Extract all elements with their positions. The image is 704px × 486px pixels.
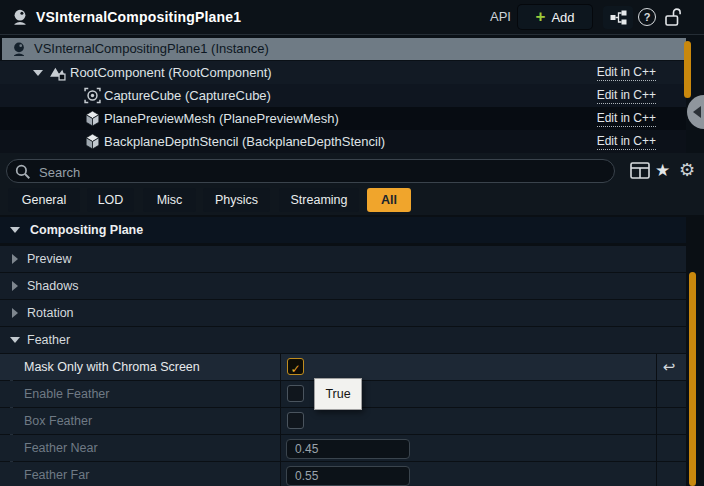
tree-row-label: BackplaneDepthStencil (BackplaneDepthSte… — [104, 130, 385, 153]
node-tree-icon — [610, 10, 627, 25]
search-icon — [15, 164, 31, 180]
chevron-down-icon[interactable] — [33, 70, 43, 76]
edit-in-cpp-link[interactable]: Edit in C++ — [597, 64, 656, 81]
chevron-right-icon[interactable] — [12, 308, 18, 318]
property-row-mask-only[interactable]: Mask Only with Chroma Screen — [0, 354, 686, 380]
edit-in-cpp-link[interactable]: Edit in C++ — [597, 133, 656, 150]
category-label: Feather — [27, 327, 70, 353]
add-button-label: Add — [551, 10, 574, 25]
tree-row-label: RootComponent (RootComponent) — [70, 61, 272, 84]
tree-row-capturecube[interactable]: CaptureCube (CaptureCube) Edit in C++ — [0, 84, 686, 107]
toolbar: VSInternalCompositingPlane1 API + Add — [0, 0, 704, 34]
mask-only-checkbox[interactable] — [287, 358, 304, 375]
chevron-left-icon — [693, 106, 701, 118]
filter-button-streaming[interactable]: Streaming — [279, 188, 359, 212]
favorites-star-icon[interactable] — [655, 162, 670, 179]
filter-button-all[interactable]: All — [367, 188, 411, 212]
enable-feather-checkbox[interactable] — [287, 385, 304, 402]
filter-button-general[interactable]: General — [8, 188, 80, 212]
reset-to-default-icon[interactable] — [660, 356, 678, 378]
settings-gear-icon[interactable] — [679, 161, 695, 179]
help-icon[interactable] — [638, 8, 656, 26]
property-label: Feather Far — [24, 462, 89, 486]
edit-in-cpp-link[interactable]: Edit in C++ — [597, 87, 656, 104]
value-tooltip: True — [314, 378, 362, 410]
static-mesh-icon — [84, 133, 101, 150]
category-shadows[interactable]: Shadows — [0, 273, 686, 299]
component-tree: VSInternalCompositingPlane1 (Instance) R… — [0, 34, 704, 154]
search-box[interactable] — [6, 159, 615, 183]
api-link[interactable]: API — [490, 0, 511, 34]
capture-icon — [84, 87, 101, 104]
chevron-right-icon[interactable] — [12, 281, 18, 291]
webcam-icon — [10, 40, 28, 58]
tree-row-instance[interactable]: VSInternalCompositingPlane1 (Instance) — [2, 38, 686, 60]
unlock-icon[interactable] — [664, 6, 684, 28]
tree-row-backplanedepthstencil[interactable]: BackplaneDepthStencil (BackplaneDepthSte… — [0, 130, 686, 153]
category-label: Rotation — [27, 300, 74, 326]
column-splitter[interactable] — [280, 354, 281, 486]
chevron-right-icon[interactable] — [12, 254, 18, 264]
category-preview[interactable]: Preview — [0, 246, 686, 272]
property-row-box-feather[interactable]: Box Feather — [0, 408, 686, 434]
category-label: Shadows — [27, 273, 78, 299]
property-label: Enable Feather — [24, 381, 109, 407]
details-list: Compositing Plane Preview Shadows Rotati… — [0, 215, 704, 486]
category-rotation[interactable]: Rotation — [0, 300, 686, 326]
filter-button-lod[interactable]: LOD — [87, 188, 134, 212]
chevron-down-icon[interactable] — [10, 337, 20, 343]
category-feather[interactable]: Feather — [0, 327, 686, 353]
scene-component-icon — [49, 64, 66, 81]
tree-scrollbar[interactable] — [684, 41, 691, 98]
property-row-feather-near[interactable]: Feather Near — [0, 435, 686, 461]
display-settings-icon[interactable] — [630, 162, 650, 179]
webcam-icon — [10, 7, 30, 27]
category-compositing-plane[interactable]: Compositing Plane — [0, 217, 686, 243]
tree-row-label: PlanePreviewMesh (PlanePreviewMesh) — [104, 107, 339, 130]
search-section: General LOD Misc Physics Streaming All — [0, 153, 704, 215]
box-feather-checkbox[interactable] — [287, 412, 304, 429]
details-panel-window: VSInternalCompositingPlane1 API + Add — [0, 0, 704, 486]
property-label: Box Feather — [24, 408, 92, 434]
feather-far-input[interactable] — [286, 466, 410, 486]
filter-button-physics[interactable]: Physics — [203, 188, 270, 212]
filter-button-misc[interactable]: Misc — [143, 188, 196, 212]
tree-row-rootcomponent[interactable]: RootComponent (RootComponent) Edit in C+… — [0, 61, 686, 84]
search-input[interactable] — [37, 161, 601, 183]
property-label: Feather Near — [24, 435, 98, 461]
static-mesh-icon — [84, 110, 101, 127]
category-label: Compositing Plane — [30, 217, 143, 243]
property-row-feather-far[interactable]: Feather Far — [0, 462, 686, 486]
plus-icon: + — [535, 8, 545, 25]
edit-in-cpp-link[interactable]: Edit in C++ — [597, 110, 656, 127]
property-label: Mask Only with Chroma Screen — [24, 354, 200, 380]
category-label: Preview — [27, 246, 71, 272]
page-title: VSInternalCompositingPlane1 — [36, 0, 241, 34]
details-scrollbar[interactable] — [689, 272, 696, 486]
add-button[interactable]: + Add — [518, 5, 592, 29]
component-hierarchy-button[interactable] — [603, 6, 633, 29]
chevron-down-icon[interactable] — [10, 227, 20, 233]
feather-near-input[interactable] — [286, 439, 410, 459]
reset-column-divider — [656, 354, 657, 486]
tree-row-planepreviewmesh[interactable]: PlanePreviewMesh (PlanePreviewMesh) Edit… — [0, 107, 686, 130]
tree-row-label: CaptureCube (CaptureCube) — [104, 84, 271, 107]
tree-row-label: VSInternalCompositingPlane1 (Instance) — [34, 38, 269, 60]
